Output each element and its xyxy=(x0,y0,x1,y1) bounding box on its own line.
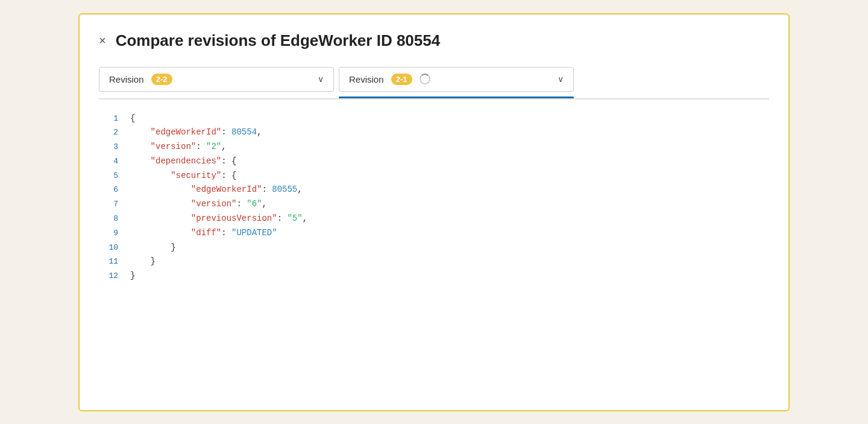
chevron-down-icon: ∨ xyxy=(558,74,564,84)
code-line-3: 3 "version": "2", xyxy=(108,140,769,154)
revision-left-label: Revision xyxy=(109,74,146,84)
code-line-11: 11 } xyxy=(108,255,769,269)
close-button[interactable]: × xyxy=(99,34,106,46)
code-line-5: 5 "security": { xyxy=(108,169,769,183)
revision-left-dropdown[interactable]: Revision 2-2 ∨ xyxy=(99,67,334,92)
revision-right-wrapper: Revision 2-1 ∨ xyxy=(339,67,574,98)
revision-left-wrapper: Revision 2-2 ∨ xyxy=(99,67,334,98)
active-underline xyxy=(339,97,574,98)
revision-right-dropdown[interactable]: Revision 2-1 ∨ xyxy=(339,67,574,92)
code-line-2: 2 "edgeWorkerId": 80554, xyxy=(108,125,769,140)
modal-title: Compare revisions of EdgeWorker ID 80554 xyxy=(116,31,441,50)
loading-icon xyxy=(420,74,430,84)
code-line-1: 1 { xyxy=(108,112,769,126)
code-line-6: 6 "edgeWorkerId": 80555, xyxy=(108,183,769,197)
code-line-12: 12 } xyxy=(108,269,769,283)
compare-revisions-modal: × Compare revisions of EdgeWorker ID 805… xyxy=(78,13,790,411)
code-line-7: 7 "version": "6", xyxy=(108,197,769,212)
modal-header: × Compare revisions of EdgeWorker ID 805… xyxy=(99,31,769,50)
code-line-8: 8 "previousVersion": "5", xyxy=(108,212,769,226)
dropdowns-row: Revision 2-2 ∨ Revision 2-1 ∨ xyxy=(99,67,769,100)
revision-right-badge: 2-1 xyxy=(391,74,412,85)
code-line-9: 9 "diff": "UPDATED" xyxy=(108,226,769,241)
code-line-10: 10 } xyxy=(108,241,769,255)
revision-left-badge: 2-2 xyxy=(151,74,172,85)
chevron-down-icon: ∨ xyxy=(318,74,324,84)
code-line-4: 4 "dependencies": { xyxy=(108,154,769,169)
code-viewer: 1 { 2 "edgeWorkerId": 80554, 3 "version"… xyxy=(99,100,769,296)
revision-right-label: Revision xyxy=(349,74,386,84)
